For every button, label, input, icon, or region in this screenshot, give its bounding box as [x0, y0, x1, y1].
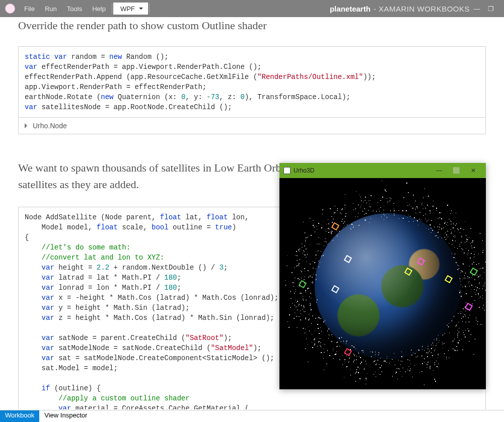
orbital-debris [279, 178, 486, 389]
code-cell-1[interactable]: static var random = new Random (); var e… [18, 46, 486, 118]
urho3d-viewport[interactable] [279, 178, 486, 389]
menu-tools[interactable]: Tools [62, 0, 87, 17]
urho3d-titlebar[interactable]: Urho3D — ⬜ ✕ [279, 163, 486, 178]
section-heading: Override the render path to show custom … [18, 19, 486, 32]
app-logo-icon [5, 4, 15, 14]
tab-view-inspector[interactable]: View Inspector [39, 410, 92, 422]
menu-run[interactable]: Run [40, 0, 62, 17]
document-title: planetearth [330, 5, 371, 13]
urho-minimize-button[interactable]: — [430, 167, 448, 174]
urho-close-button[interactable]: ✕ [465, 167, 482, 174]
minimize-button[interactable]: — [470, 5, 484, 13]
result-output-1[interactable]: Urho.Node [18, 118, 486, 134]
expand-icon[interactable] [25, 123, 30, 128]
maximize-button[interactable]: ❐ [484, 5, 498, 13]
urho-maximize-button[interactable]: ⬜ [448, 167, 465, 174]
app-name: - XAMARIN WORKBOOKS [374, 5, 470, 13]
separator [149, 4, 150, 14]
urho3d-icon [283, 167, 291, 174]
platform-dropdown[interactable]: WPF [113, 3, 148, 15]
urho3d-window[interactable]: Urho3D — ⬜ ✕ [279, 163, 486, 389]
tab-workbook[interactable]: Workbook [0, 410, 39, 422]
menu-file[interactable]: File [19, 0, 40, 17]
titlebar: File Run Tools Help WPF planetearth - XA… [0, 0, 504, 17]
urho3d-title-text: Urho3D [294, 167, 314, 174]
footer-tabs: Workbook View Inspector [0, 410, 504, 422]
separator [112, 4, 112, 14]
menu-help[interactable]: Help [87, 0, 111, 17]
